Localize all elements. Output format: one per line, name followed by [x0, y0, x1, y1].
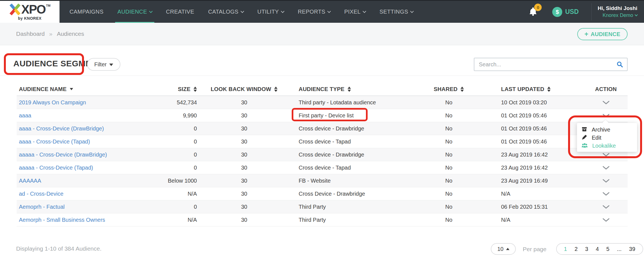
audience-type-cell: Third Party: [291, 204, 415, 210]
audience-name-link[interactable]: Aemorph - Small Business Owners: [19, 217, 105, 223]
nav-item-utility[interactable]: UTILITY: [257, 1, 284, 23]
last-updated-cell: 10 Oct 2019 03:20: [482, 99, 584, 106]
last-updated-cell: 01 Oct 2019 05:46: [482, 138, 584, 145]
row-actions-chevron-icon[interactable]: [602, 166, 610, 170]
action-menu-item-lookalike[interactable]: Lookalike: [577, 142, 637, 150]
add-audience-label: AUDIENCE: [591, 31, 620, 37]
audience-type-cell: FB - Website: [291, 178, 415, 184]
pagination-page-2[interactable]: 2: [574, 246, 578, 252]
currency-selector[interactable]: $ USD: [552, 7, 579, 17]
row-actions-chevron-icon[interactable]: [602, 205, 610, 209]
last-updated-cell: 23 Aug 2019 16:42: [482, 165, 584, 171]
search-input[interactable]: [474, 61, 616, 68]
navbar-right: 0 $ USD Hi, Siddhi Joshi Knorex Demo: [528, 1, 644, 23]
sort-desc-icon: [70, 88, 73, 90]
account-switcher[interactable]: Knorex Demo: [603, 12, 637, 18]
shared-cell: No: [415, 138, 482, 145]
nav-item-campaigns[interactable]: CAMPAIGNS: [70, 1, 103, 23]
pagination-page-3[interactable]: 3: [585, 246, 588, 252]
last-updated-cell: 06 Feb 2020 15:31: [482, 204, 584, 210]
column-header-lbw[interactable]: LOOK BACK WINDOW: [197, 86, 291, 92]
currency-code: USD: [565, 8, 579, 16]
column-header-name[interactable]: AUDIENCE NAME: [17, 86, 147, 92]
add-audience-button[interactable]: + AUDIENCE: [577, 28, 628, 40]
top-navbar: XPO TM by KNOREX CAMPAIGNSAUDIENCECREATI…: [0, 0, 644, 23]
audience-name-link[interactable]: 2019 Always On Campaign: [19, 99, 86, 106]
action-menu-item-archive[interactable]: Archive: [577, 126, 637, 134]
audience-name-link[interactable]: ad - Cross-Device: [19, 191, 63, 197]
sort-icon: [274, 87, 278, 92]
chevron-down-icon: [241, 9, 244, 13]
table-row: ad - Cross-DeviceN/A30Cross Device - Dra…: [17, 187, 628, 200]
chevron-down-icon: [149, 9, 153, 13]
size-cell: 0: [147, 204, 197, 210]
action-menu-item-edit[interactable]: Edit: [577, 134, 637, 142]
shared-cell: No: [415, 165, 482, 171]
nav-item-settings[interactable]: SETTINGS: [380, 1, 413, 23]
brand-tagline: by KNOREX: [18, 16, 42, 21]
user-menu[interactable]: Hi, Siddhi Joshi Knorex Demo: [592, 5, 644, 18]
row-actions-chevron-icon[interactable]: [602, 179, 610, 183]
audience-name-link[interactable]: aaaaa - Cross-Device (Tapad): [19, 165, 93, 171]
column-header-action[interactable]: ACTION: [584, 86, 628, 92]
last-updated-cell: 23 Aug 2019 16:49: [482, 178, 584, 184]
last-updated-cell: 23 Aug 2019 16:42: [482, 152, 584, 158]
nav-item-audience[interactable]: AUDIENCE: [117, 1, 152, 23]
breadcrumb-separator: »: [49, 31, 53, 37]
audience-table: AUDIENCE NAMESIZELOOK BACK WINDOWAUDIENC…: [17, 83, 628, 226]
row-actions-chevron-icon[interactable]: [602, 100, 610, 105]
pagination-page-4[interactable]: 4: [596, 246, 599, 252]
pagination-page-39[interactable]: 39: [629, 246, 635, 252]
size-cell: 0: [147, 138, 197, 145]
row-actions-chevron-icon[interactable]: [602, 153, 610, 157]
shared-cell: No: [415, 178, 482, 184]
look-back-window-cell: 30: [197, 217, 291, 223]
breadcrumb-audiences[interactable]: Audiences: [57, 31, 84, 37]
audience-type-cell: Cross device - Drawbridge: [291, 125, 415, 132]
pagination-page-1[interactable]: 1: [564, 246, 567, 252]
search-box: [474, 58, 628, 71]
column-header-shared[interactable]: SHARED: [415, 86, 482, 92]
notifications-button[interactable]: 0: [528, 6, 538, 17]
table-row: aaaa - Cross-Device (DrawBridge)030Cross…: [17, 122, 628, 135]
audience-name-link[interactable]: aaaaa - Cross-Device (DrawBridge): [19, 152, 107, 158]
filter-label: Filter: [94, 61, 106, 68]
size-cell: Below 1000: [147, 178, 197, 184]
row-actions-chevron-icon[interactable]: [602, 114, 610, 118]
per-page-select[interactable]: 10: [491, 243, 516, 255]
column-header-size[interactable]: SIZE: [147, 86, 197, 92]
filter-button[interactable]: Filter: [87, 58, 120, 71]
nav-item-pixel[interactable]: PIXEL: [344, 1, 366, 23]
nav-item-reports[interactable]: REPORTS: [298, 1, 330, 23]
pagination-page-5[interactable]: 5: [606, 246, 610, 252]
shared-cell: No: [415, 112, 482, 119]
look-back-window-cell: 30: [197, 138, 291, 145]
xpo-logo[interactable]: XPO TM by KNOREX: [0, 1, 60, 23]
plus-icon: +: [584, 31, 588, 37]
row-actions-chevron-icon[interactable]: [602, 192, 610, 196]
nav-item-creative[interactable]: CREATIVE: [166, 1, 194, 23]
caret-down-icon: [109, 64, 113, 66]
row-actions-chevron-icon[interactable]: [602, 218, 610, 222]
sort-icon: [547, 87, 551, 92]
audience-name-link[interactable]: aaaa: [19, 112, 31, 119]
breadcrumb-bar: Dashboard » Audiences + AUDIENCE: [0, 23, 644, 45]
last-updated-cell: 01 Oct 2019 05:46: [482, 125, 584, 132]
shared-cell: No: [415, 152, 482, 158]
audience-name-link[interactable]: aaaa - Cross-Device (Tapad): [19, 138, 90, 145]
audience-name-link[interactable]: aaaa - Cross-Device (DrawBridge): [19, 125, 104, 132]
audience-name-link[interactable]: AAAAAA: [19, 178, 41, 184]
column-header-updated[interactable]: LAST UPDATED: [482, 86, 584, 92]
shared-cell: No: [415, 217, 482, 223]
look-back-window-cell: 30: [197, 99, 291, 106]
breadcrumb-dashboard[interactable]: Dashboard: [16, 31, 45, 37]
audience-name-link[interactable]: Aemoprh - Factual: [19, 204, 65, 210]
notification-count-badge: 0: [534, 4, 542, 11]
lookalike-icon: [581, 142, 588, 150]
audience-type-cell: Third party - Lotadata audience: [291, 99, 415, 106]
look-back-window-cell: 30: [197, 178, 291, 184]
nav-item-catalogs[interactable]: CATALOGS: [208, 1, 243, 23]
column-header-type[interactable]: AUDIENCE TYPE: [291, 86, 415, 92]
pagination: 12345...39: [556, 243, 643, 255]
search-icon[interactable]: [616, 61, 623, 68]
